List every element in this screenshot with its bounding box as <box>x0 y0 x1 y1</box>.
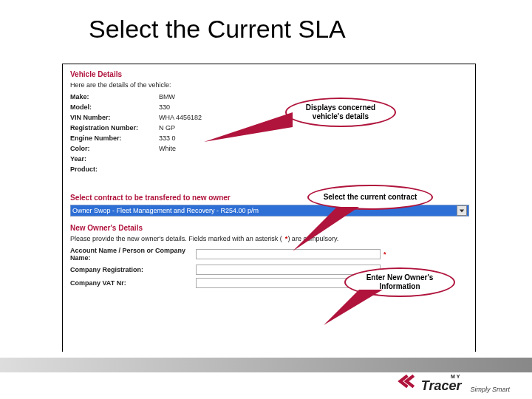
slide: Select the Current SLA Vehicle Details H… <box>0 0 532 399</box>
label-account-name: Account Name / Person or Company Name: <box>70 247 196 262</box>
required-mark: * <box>381 250 392 258</box>
callout-tail-icon <box>204 105 300 149</box>
svg-marker-1 <box>204 112 293 142</box>
value-year <box>159 155 468 163</box>
label-company-reg: Company Registration: <box>70 266 196 273</box>
callout-bubble: Displays concerned vehicle's details <box>285 98 396 127</box>
contract-selected-value: Owner Swop - Fleet Management and Recove… <box>72 207 259 214</box>
label-company-vat: Company VAT Nr: <box>70 279 196 287</box>
label-vin: VIN Number: <box>70 114 159 121</box>
vehicle-details-heading: Vehicle Details <box>70 70 468 78</box>
svg-marker-2 <box>293 207 359 251</box>
bottom-bar <box>0 358 532 372</box>
label-make: Make: <box>70 93 159 100</box>
callout-select-contract: Select the current contract <box>307 185 433 210</box>
new-owner-heading: New Owner's Details <box>70 224 468 232</box>
vehicle-subtitle: Here are the details of the vehicle: <box>70 81 468 89</box>
callout-vehicle-details: Displays concerned vehicle's details <box>285 98 396 127</box>
value-product <box>159 166 468 173</box>
dropdown-arrow-icon <box>457 205 467 216</box>
callout-text: Select the current contract <box>324 193 417 202</box>
brand-main: Tracer <box>421 379 462 392</box>
label-product: Product: <box>70 166 159 173</box>
brand-tagline: Simply Smart <box>470 386 510 393</box>
footer-logo: MY Tracer Simply Smart <box>396 372 510 393</box>
svg-marker-0 <box>460 209 464 212</box>
callout-new-owner: Enter New Owner's Information <box>344 267 455 297</box>
label-model: Model: <box>70 103 159 111</box>
slide-title: Select the Current SLA <box>89 15 346 44</box>
new-owner-note: Please provide the new owner's details. … <box>70 235 468 242</box>
callout-tail-icon <box>324 285 398 330</box>
logo-chevron-icon <box>396 372 417 393</box>
callout-text: Displays concerned vehicle's details <box>294 103 387 121</box>
logo-brand: MY Tracer <box>421 374 462 392</box>
svg-marker-3 <box>324 290 383 325</box>
callout-tail-icon <box>293 204 381 256</box>
label-year: Year: <box>70 155 159 163</box>
note-prefix: Please provide the new owner's details. … <box>70 235 282 242</box>
label-engine: Engine Number: <box>70 134 159 142</box>
label-color: Color: <box>70 145 159 152</box>
label-reg: Registration Number: <box>70 124 159 132</box>
